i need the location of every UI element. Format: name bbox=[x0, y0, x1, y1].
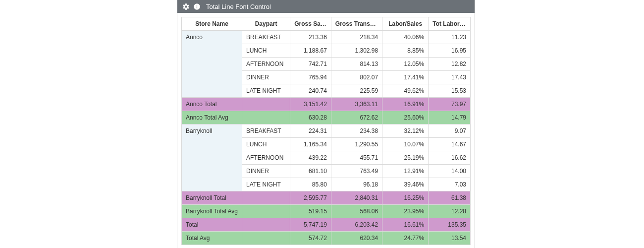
gross-sales-cell: 240.74 bbox=[290, 84, 331, 98]
info-icon[interactable] bbox=[192, 2, 201, 11]
store-total-avg-daypart bbox=[242, 205, 290, 218]
gross-sales-cell: 765.94 bbox=[290, 71, 331, 84]
gear-icon[interactable] bbox=[181, 2, 190, 11]
store-total-gross-sales: 2,595.77 bbox=[290, 191, 331, 205]
daypart-cell: LATE NIGHT bbox=[242, 178, 290, 191]
store-total-labor-sales: 16.91% bbox=[382, 98, 429, 111]
col-store-name[interactable]: Store Name bbox=[182, 17, 242, 31]
store-total-avg-label: Annco Total Avg bbox=[182, 111, 242, 124]
grand-total-avg-row: Total Avg574.72620.3424.77%13.54 bbox=[182, 232, 471, 245]
daypart-cell: LUNCH bbox=[242, 44, 290, 58]
tot-labor-hrs-cell: 14.67 bbox=[429, 138, 471, 151]
store-total-daypart bbox=[242, 98, 290, 111]
tot-labor-hrs-cell: 11.23 bbox=[429, 31, 471, 44]
store-total-tot-labor-hrs: 73.97 bbox=[429, 98, 471, 111]
store-total-gross-sales: 3,151.42 bbox=[290, 98, 331, 111]
labor-sales-cell: 8.85% bbox=[382, 44, 429, 58]
grand-total-avg-gross-sales: 574.72 bbox=[290, 232, 331, 245]
labor-sales-cell: 12.05% bbox=[382, 58, 429, 71]
daypart-cell: DINNER bbox=[242, 71, 290, 84]
grand-total-avg-daypart bbox=[242, 232, 290, 245]
store-total-gross-transactions: 2,840.31 bbox=[331, 191, 382, 205]
col-labor-sales[interactable]: Labor/Sales bbox=[382, 17, 429, 31]
store-total-avg-tot-labor-hrs: 12.28 bbox=[429, 205, 471, 218]
tot-labor-hrs-cell: 16.95 bbox=[429, 44, 471, 58]
tot-labor-hrs-cell: 14.00 bbox=[429, 165, 471, 178]
gross-transactions-cell: 763.49 bbox=[331, 165, 382, 178]
grand-total-labor-sales: 16.61% bbox=[382, 218, 429, 232]
store-total-avg-gross-transactions: 672.62 bbox=[331, 111, 382, 124]
table-container: Store Name Daypart Gross Sales Gross Tra… bbox=[177, 13, 475, 248]
daypart-cell: BREAKFAST bbox=[242, 124, 290, 138]
grand-total-avg-gross-transactions: 620.34 bbox=[331, 232, 382, 245]
tot-labor-hrs-cell: 12.82 bbox=[429, 58, 471, 71]
store-name-cell: Barryknoll bbox=[182, 124, 242, 191]
store-total-avg-labor-sales: 25.60% bbox=[382, 111, 429, 124]
labor-sales-cell: 25.19% bbox=[382, 151, 429, 165]
store-total-tot-labor-hrs: 61.38 bbox=[429, 191, 471, 205]
store-total-avg-labor-sales: 23.95% bbox=[382, 205, 429, 218]
gross-transactions-cell: 218.34 bbox=[331, 31, 382, 44]
grand-total-avg-tot-labor-hrs: 13.54 bbox=[429, 232, 471, 245]
tot-labor-hrs-cell: 17.43 bbox=[429, 71, 471, 84]
col-gross-transactions[interactable]: Gross Transactions bbox=[331, 17, 382, 31]
table-row: BarryknollBREAKFAST224.31234.3832.12%9.0… bbox=[182, 124, 471, 138]
report-panel: Total Line Font Control Store Name Daypa… bbox=[177, 0, 475, 248]
labor-sales-cell: 40.06% bbox=[382, 31, 429, 44]
col-gross-sales[interactable]: Gross Sales bbox=[290, 17, 331, 31]
daypart-cell: LATE NIGHT bbox=[242, 84, 290, 98]
labor-sales-cell: 49.62% bbox=[382, 84, 429, 98]
daypart-cell: AFTERNOON bbox=[242, 151, 290, 165]
grand-total-row: Total5,747.196,203.4216.61%135.35 bbox=[182, 218, 471, 232]
grand-total-gross-transactions: 6,203.42 bbox=[331, 218, 382, 232]
store-total-daypart bbox=[242, 191, 290, 205]
grand-total-daypart bbox=[242, 218, 290, 232]
col-tot-labor-hrs[interactable]: Tot Labor Hrs bbox=[429, 17, 471, 31]
store-total-avg-gross-sales: 519.15 bbox=[290, 205, 331, 218]
gross-transactions-cell: 802.07 bbox=[331, 71, 382, 84]
daypart-cell: DINNER bbox=[242, 165, 290, 178]
panel-title: Total Line Font Control bbox=[206, 3, 271, 10]
store-total-label: Annco Total bbox=[182, 98, 242, 111]
gross-transactions-cell: 1,302.98 bbox=[331, 44, 382, 58]
store-total-row: Annco Total3,151.423,363.1116.91%73.97 bbox=[182, 98, 471, 111]
labor-sales-cell: 32.12% bbox=[382, 124, 429, 138]
gross-transactions-cell: 234.38 bbox=[331, 124, 382, 138]
store-total-gross-transactions: 3,363.11 bbox=[331, 98, 382, 111]
gross-sales-cell: 439.22 bbox=[290, 151, 331, 165]
gross-sales-cell: 85.80 bbox=[290, 178, 331, 191]
labor-sales-cell: 39.46% bbox=[382, 178, 429, 191]
table-row: AnncoBREAKFAST213.36218.3440.06%11.23 bbox=[182, 31, 471, 44]
gross-sales-cell: 742.71 bbox=[290, 58, 331, 71]
grand-total-gross-sales: 5,747.19 bbox=[290, 218, 331, 232]
grand-total-avg-label: Total Avg bbox=[182, 232, 242, 245]
store-total-avg-label: Barryknoll Total Avg bbox=[182, 205, 242, 218]
col-daypart[interactable]: Daypart bbox=[242, 17, 290, 31]
tot-labor-hrs-cell: 7.03 bbox=[429, 178, 471, 191]
store-total-avg-gross-sales: 630.28 bbox=[290, 111, 331, 124]
grand-total-tot-labor-hrs: 135.35 bbox=[429, 218, 471, 232]
store-total-row: Barryknoll Total2,595.772,840.3116.25%61… bbox=[182, 191, 471, 205]
tot-labor-hrs-cell: 15.53 bbox=[429, 84, 471, 98]
store-name-cell: Annco bbox=[182, 31, 242, 98]
gross-sales-cell: 1,188.67 bbox=[290, 44, 331, 58]
gross-transactions-cell: 96.18 bbox=[331, 178, 382, 191]
gross-transactions-cell: 814.13 bbox=[331, 58, 382, 71]
gross-sales-cell: 213.36 bbox=[290, 31, 331, 44]
gross-sales-cell: 681.10 bbox=[290, 165, 331, 178]
daypart-cell: BREAKFAST bbox=[242, 31, 290, 44]
report-table: Store Name Daypart Gross Sales Gross Tra… bbox=[181, 17, 471, 245]
store-total-label: Barryknoll Total bbox=[182, 191, 242, 205]
store-total-labor-sales: 16.25% bbox=[382, 191, 429, 205]
store-total-avg-row: Annco Total Avg630.28672.6225.60%14.79 bbox=[182, 111, 471, 124]
gross-transactions-cell: 455.71 bbox=[331, 151, 382, 165]
labor-sales-cell: 12.91% bbox=[382, 165, 429, 178]
gross-transactions-cell: 1,290.55 bbox=[331, 138, 382, 151]
grand-total-label: Total bbox=[182, 218, 242, 232]
daypart-cell: AFTERNOON bbox=[242, 58, 290, 71]
store-total-avg-daypart bbox=[242, 111, 290, 124]
gross-sales-cell: 224.31 bbox=[290, 124, 331, 138]
header-row: Store Name Daypart Gross Sales Gross Tra… bbox=[182, 17, 471, 31]
store-total-avg-tot-labor-hrs: 14.79 bbox=[429, 111, 471, 124]
gross-transactions-cell: 225.59 bbox=[331, 84, 382, 98]
